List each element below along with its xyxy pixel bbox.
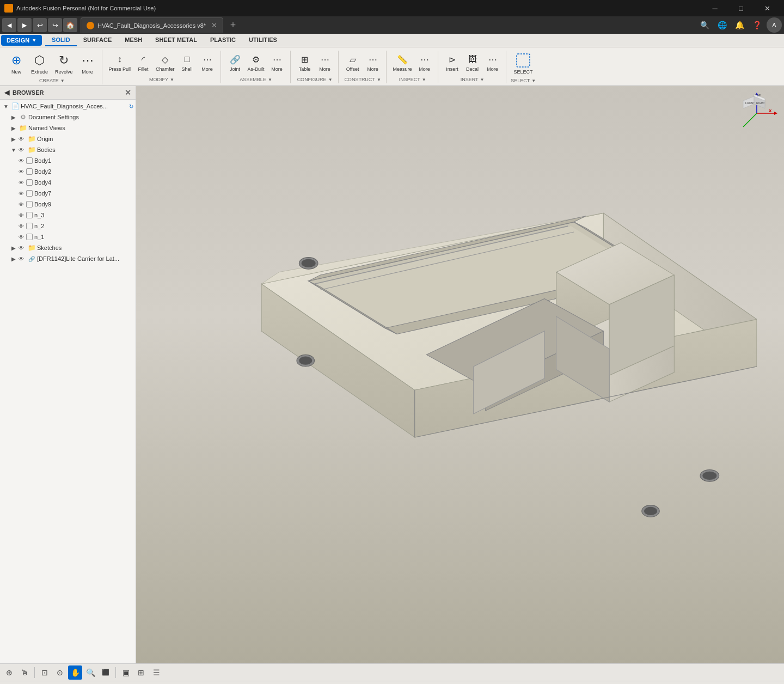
tab-solid[interactable]: SOLID <box>45 34 77 46</box>
tree-item-body1[interactable]: 👁 Body1 <box>0 155 136 166</box>
undo-button[interactable]: ↩ <box>33 18 47 32</box>
browser-close-icon[interactable]: ✕ <box>125 88 131 97</box>
n3-visibility-icon[interactable]: 👁 <box>17 211 25 219</box>
tree-expand-icon[interactable]: ▼ <box>2 102 10 110</box>
online-button[interactable]: 🌐 <box>714 17 730 33</box>
tree-expand-sketches-icon[interactable]: ▶ <box>10 244 17 252</box>
tree-item-body7[interactable]: 👁 Body7 <box>0 188 136 199</box>
configure-table-button[interactable]: ⊞ Table <box>295 52 315 74</box>
body1-checkbox[interactable] <box>26 157 33 164</box>
n2-checkbox[interactable] <box>26 223 33 229</box>
maximize-button[interactable]: □ <box>728 0 754 16</box>
zoom-fit-button[interactable]: ⬛ <box>99 665 113 680</box>
construct-more-button[interactable]: ⋯ More <box>363 52 383 74</box>
assemble-as-built-button[interactable]: ⚙ As-Built <box>246 52 267 74</box>
notification-button[interactable]: 🔔 <box>732 17 747 33</box>
tab-plastic[interactable]: PLASTIC <box>204 34 242 46</box>
select-group-label[interactable]: SELECT ▼ <box>511 77 536 83</box>
create-extrude-button[interactable]: ⬡ Extrude <box>28 51 51 77</box>
body2-visibility-icon[interactable]: 👁 <box>17 168 25 175</box>
pan-button[interactable]: ✋ <box>68 665 82 680</box>
tree-item-body9[interactable]: 👁 Body9 <box>0 199 136 210</box>
capture-position-button[interactable]: ⊕ <box>2 665 16 680</box>
body7-visibility-icon[interactable]: 👁 <box>17 190 25 197</box>
tab-mesh[interactable]: MESH <box>118 34 149 46</box>
modify-chamfer-button[interactable]: ◇ Chamfer <box>154 52 177 74</box>
design-dropdown-button[interactable]: DESIGN ▼ <box>1 35 42 46</box>
modify-fillet-button[interactable]: ◜ Fillet <box>133 52 153 74</box>
tree-item-document-settings[interactable]: ▶ ⚙ Document Settings <box>0 112 136 123</box>
create-revolve-button[interactable]: ↻ Revolve <box>52 51 76 77</box>
tab-close-button[interactable]: ✕ <box>211 21 217 29</box>
viewport[interactable]: Y X TOP FRONT RIGHT <box>136 86 784 663</box>
help-search-button[interactable]: 🔍 <box>697 17 712 33</box>
modify-shell-button[interactable]: □ Shell <box>177 52 197 74</box>
tree-item-sketches[interactable]: ▶ 👁 📁 Sketches <box>0 242 136 253</box>
insert-decal-button[interactable]: 🖼 Decal <box>463 52 482 74</box>
body2-checkbox[interactable] <box>26 168 33 175</box>
construct-offset-plane-button[interactable]: ▱ Offset <box>343 52 363 74</box>
tree-expand-bodies-icon[interactable]: ▼ <box>10 146 17 154</box>
tab-sheet-metal[interactable]: SHEET METAL <box>149 34 204 46</box>
n1-checkbox[interactable] <box>26 234 33 240</box>
browser-collapse-icon[interactable]: ◀ <box>4 89 9 96</box>
sketches-visibility-icon[interactable]: 👁 <box>17 244 25 252</box>
select-mode-button[interactable]: ⊡ <box>38 665 52 680</box>
tree-expand-origin-icon[interactable]: ▶ <box>10 135 17 143</box>
n3-checkbox[interactable] <box>26 212 33 218</box>
assemble-more-button[interactable]: ⋯ More <box>267 52 287 74</box>
tree-item-body4[interactable]: 👁 Body4 <box>0 177 136 188</box>
nav-forward-button[interactable]: ▶ <box>17 18 32 32</box>
tree-item-bodies[interactable]: ▼ 👁 📁 Bodies <box>0 144 136 155</box>
body1-visibility-icon[interactable]: 👁 <box>17 157 25 164</box>
tree-item-n1[interactable]: 👁 n_1 <box>0 231 136 242</box>
modify-more-button[interactable]: ⋯ More <box>198 52 217 74</box>
assemble-joint-button[interactable]: 🔗 Joint <box>225 52 245 74</box>
tree-expand-doc-icon[interactable]: ▶ <box>10 113 17 121</box>
tree-item-root[interactable]: ▼ 📄 HVAC_Fault_Diagnosis_Acces... ↻ <box>0 101 136 112</box>
modify-group-label[interactable]: MODIFY ▼ <box>149 76 174 82</box>
configure-more-button[interactable]: ⋯ More <box>315 52 335 74</box>
body4-visibility-icon[interactable]: 👁 <box>17 179 25 186</box>
n1-visibility-icon[interactable]: 👁 <box>17 233 25 241</box>
grid-button[interactable]: ⊞ <box>134 665 148 680</box>
body9-checkbox[interactable] <box>26 201 33 207</box>
orbit-button[interactable]: ⊙ <box>53 665 67 680</box>
body4-checkbox[interactable] <box>26 179 33 186</box>
body7-checkbox[interactable] <box>26 190 33 197</box>
tree-expand-dfr-icon[interactable]: ▶ <box>10 255 17 262</box>
body9-visibility-icon[interactable]: 👁 <box>17 200 25 208</box>
new-tab-button[interactable]: + <box>225 17 241 33</box>
tree-item-origin[interactable]: ▶ 👁 📁 Origin <box>0 133 136 144</box>
zoom-button[interactable]: 🔍 <box>83 665 97 680</box>
create-more-button[interactable]: ⋯ More <box>77 51 99 77</box>
active-tab[interactable]: HVAC_Fault_Diagnosis_Accessories v8* ✕ <box>81 17 223 33</box>
tree-item-named-views[interactable]: ▶ 📁 Named Views <box>0 123 136 133</box>
tab-utilities[interactable]: UTILITIES <box>242 34 284 46</box>
save-display-button[interactable]: 🖱 <box>17 665 32 680</box>
settings-button[interactable]: ☰ <box>149 665 163 680</box>
close-button[interactable]: ✕ <box>755 0 780 16</box>
select-button[interactable]: SELECT <box>511 51 536 77</box>
tree-item-body2[interactable]: 👁 Body2 <box>0 166 136 177</box>
inspect-more-button[interactable]: ⋯ More <box>415 52 434 74</box>
tree-expand-views-icon[interactable]: ▶ <box>10 124 17 132</box>
origin-visibility-icon[interactable]: 👁 <box>17 135 25 143</box>
inspect-group-label[interactable]: INSPECT ▼ <box>399 76 426 82</box>
modify-press-pull-button[interactable]: ↕ Press Pull <box>107 52 133 74</box>
bodies-visibility-icon[interactable]: 👁 <box>17 146 25 154</box>
display-mode-button[interactable]: ▣ <box>119 665 133 680</box>
tree-item-n2[interactable]: 👁 n_2 <box>0 221 136 231</box>
dfr-visibility-icon[interactable]: 👁 <box>17 255 25 262</box>
configure-group-label[interactable]: CONFIGURE ▼ <box>297 76 333 82</box>
account-button[interactable]: A <box>767 17 782 33</box>
construct-group-label[interactable]: CONSTRUCT ▼ <box>344 76 381 82</box>
n2-visibility-icon[interactable]: 👁 <box>17 222 25 230</box>
redo-button[interactable]: ↪ <box>48 18 62 32</box>
help-button[interactable]: ❓ <box>749 17 764 33</box>
create-new-component-button[interactable]: ⊕ New <box>5 51 27 77</box>
insert-group-label[interactable]: INSERT ▼ <box>461 76 485 82</box>
inspect-measure-button[interactable]: 📏 Measure <box>391 52 414 74</box>
insert-derive-button[interactable]: ⊳ Insert <box>443 52 462 74</box>
nav-back-button[interactable]: ◀ <box>2 18 16 32</box>
